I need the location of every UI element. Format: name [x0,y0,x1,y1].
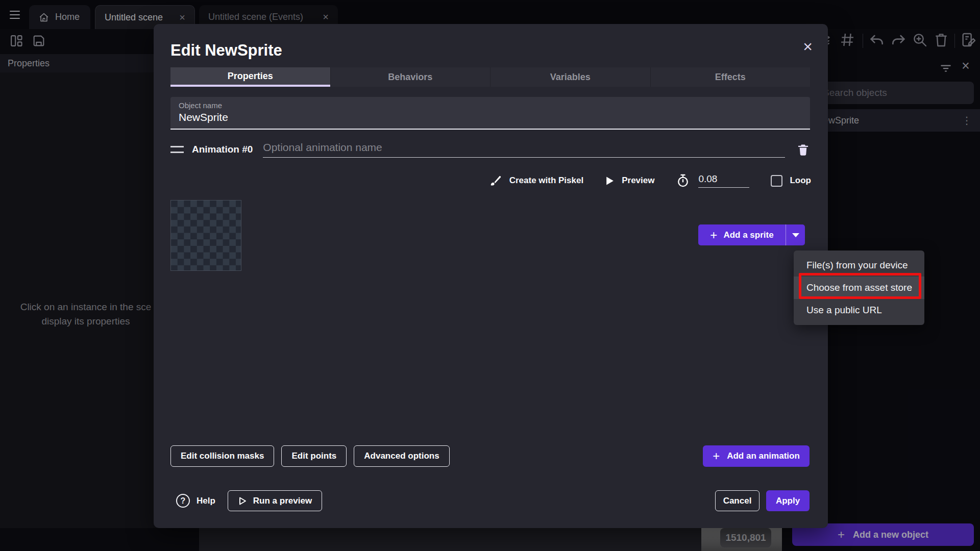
animation-row: Animation #0 [170,139,810,160]
dialog-title: Edit NewSprite [170,41,282,60]
tab-behaviors[interactable]: Behaviors [330,67,491,87]
add-sprite-button[interactable]: + Add a sprite [698,224,805,245]
help-icon[interactable]: ? [176,494,190,508]
loop-label: Loop [790,176,811,186]
plus-icon: + [710,229,717,241]
sprite-frame-thumbnail[interactable] [170,200,241,271]
tab-effects[interactable]: Effects [650,67,811,87]
menu-item-files-from-device[interactable]: File(s) from your device [794,254,924,277]
animation-toolbar: Create with Piskel Preview Loop [489,170,811,191]
create-with-piskel-button[interactable]: Create with Piskel [509,176,584,186]
add-sprite-label: Add a sprite [723,230,773,240]
chevron-down-icon [792,233,799,237]
object-name-input[interactable] [179,111,790,123]
time-between-frames-input[interactable] [698,173,749,188]
advanced-options-button[interactable]: Advanced options [354,445,449,467]
edit-buttons-row: Edit collision masks Edit points Advance… [170,445,450,467]
add-sprite-menu: File(s) from your device Choose from ass… [794,251,924,325]
edit-sprite-dialog: Edit NewSprite × Properties Behaviors Va… [154,24,828,528]
gdevelop-app: Home Untitled scene × Untitled scene (Ev… [0,0,980,551]
add-sprite-main[interactable]: + Add a sprite [698,224,786,245]
tab-properties[interactable]: Properties [170,67,330,87]
menu-item-choose-from-asset-store[interactable]: Choose from asset store [794,277,924,299]
animation-label: Animation #0 [192,144,253,155]
add-animation-button[interactable]: + Add an animation [703,445,810,467]
help-button[interactable]: Help [197,496,215,506]
drag-handle-icon[interactable] [170,146,184,153]
tab-variables[interactable]: Variables [490,67,650,87]
menu-item-use-public-url[interactable]: Use a public URL [794,299,924,321]
animation-name-input[interactable] [263,141,785,158]
dialog-close-icon[interactable]: × [803,38,813,55]
dialog-tabs: Properties Behaviors Variables Effects [170,67,810,87]
play-icon [605,176,615,186]
delete-animation-icon[interactable] [796,143,810,157]
plus-icon: + [713,450,720,462]
preview-button[interactable]: Preview [622,176,654,186]
stopwatch-icon [676,173,690,188]
add-sprite-dropdown-toggle[interactable] [786,224,805,245]
edit-collision-masks-button[interactable]: Edit collision masks [170,445,274,467]
dialog-footer-left: ? Help Run a preview [176,490,322,511]
apply-button[interactable]: Apply [766,490,810,511]
play-outline-icon [238,496,247,506]
cancel-button[interactable]: Cancel [715,490,760,511]
object-name-field: Object name [170,97,810,130]
brush-icon [489,174,502,187]
run-preview-button[interactable]: Run a preview [228,490,322,511]
edit-points-button[interactable]: Edit points [281,445,347,467]
object-name-label: Object name [179,101,802,110]
loop-checkbox[interactable] [771,175,782,187]
